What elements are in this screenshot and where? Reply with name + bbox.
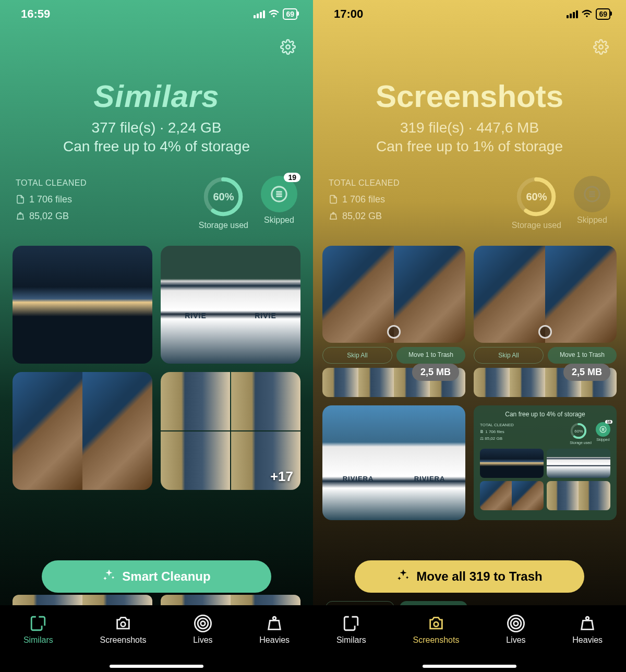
total-cleaned-files: 1 706 files: [29, 191, 72, 208]
mini-storage-hint: Can free up to 4% of storage: [480, 411, 610, 418]
tab-label: Heavies: [259, 635, 290, 645]
tab-screenshots[interactable]: Screenshots: [413, 615, 460, 645]
svg-point-1: [20, 213, 21, 214]
cta-label: Smart Cleanup: [122, 569, 210, 584]
total-cleaned-label: TOTAL CLEANED: [16, 176, 87, 191]
svg-point-12: [273, 617, 276, 620]
skipped-button[interactable]: 19: [261, 176, 297, 212]
size-badge: 2,5 MB: [563, 364, 610, 381]
tab-label: Similars: [23, 635, 53, 645]
tab-similars[interactable]: Similars: [23, 615, 53, 645]
tab-heavies[interactable]: Heavies: [259, 615, 290, 645]
status-indicators: 69: [567, 7, 610, 21]
more-count: +17: [270, 469, 293, 485]
tab-lives[interactable]: Lives: [506, 615, 525, 645]
mini-storage-ring: 60%: [570, 422, 587, 440]
storage-percent: 60%: [202, 176, 244, 218]
lives-icon: [507, 615, 525, 632]
skip-all-button[interactable]: Skip All: [474, 347, 544, 364]
similar-group[interactable]: RIVIERIVIE: [161, 246, 300, 364]
svg-point-29: [511, 618, 521, 629]
similars-icon: [29, 615, 47, 632]
file-icon: [329, 195, 338, 204]
heavies-icon: [266, 615, 283, 632]
storage-label: Storage used: [199, 221, 248, 230]
weight-icon: [329, 211, 338, 221]
page-title: Screenshots: [313, 78, 626, 114]
time: 16:59: [21, 7, 50, 21]
total-cleaned-block: TOTAL CLEANED 1 706 files 85,02 GB: [329, 176, 400, 225]
mini-skipped-label: Skipped: [596, 438, 610, 441]
size-badge: 2,5 MB: [412, 364, 459, 381]
storage-ring: 60%: [515, 176, 557, 218]
svg-point-14: [333, 213, 334, 214]
total-cleaned-size: 85,02 GB: [29, 208, 69, 224]
mini-ring-text: 60%: [570, 422, 587, 440]
tab-heavies[interactable]: Heavies: [572, 615, 603, 645]
tab-similars[interactable]: Similars: [336, 615, 366, 645]
mini-size: 85,02 GB: [485, 436, 502, 441]
settings-button[interactable]: [592, 38, 610, 56]
tab-screenshots[interactable]: Screenshots: [100, 615, 147, 645]
svg-point-10: [198, 618, 208, 629]
tab-label: Screenshots: [413, 635, 460, 645]
skipped-button[interactable]: [574, 176, 610, 212]
screenshots-icon: [114, 615, 132, 632]
total-cleaned-block: TOTAL CLEANED 1 706 files 85,02 GB: [16, 176, 87, 225]
mini-skipped-button: 19: [596, 422, 610, 437]
total-cleaned-size: 85,02 GB: [342, 208, 382, 224]
svg-point-13: [599, 45, 603, 49]
lives-icon: [194, 615, 212, 632]
tab-label: Lives: [506, 635, 525, 645]
riviera-text: RIVIERA: [343, 475, 374, 483]
storage-label: Storage used: [512, 221, 561, 230]
move-one-button[interactable]: Move 1 to Trash: [548, 347, 617, 364]
signal-icon: [254, 10, 265, 18]
screenshots-icon: [427, 615, 445, 632]
storage-ring: 60%: [202, 176, 244, 218]
skipped-badge: 19: [284, 173, 300, 182]
home-indicator[interactable]: [110, 665, 203, 668]
mini-storage-label: Storage used: [570, 441, 592, 445]
similars-icon: [342, 615, 360, 632]
select-circle[interactable]: [538, 325, 552, 339]
riviera-text: RIVIERA: [414, 475, 446, 483]
tab-lives[interactable]: Lives: [193, 615, 212, 645]
skipped-label: Skipped: [577, 215, 607, 225]
wifi-icon: [581, 7, 593, 21]
svg-point-0: [286, 45, 290, 49]
tab-label: Similars: [336, 635, 366, 645]
tab-label: Screenshots: [100, 635, 147, 645]
screenshot-group[interactable]: [474, 246, 617, 343]
skipped-label: Skipped: [264, 215, 294, 225]
skip-all-button[interactable]: Skip All: [322, 347, 392, 364]
move-one-button[interactable]: Move 1 to Trash: [396, 347, 465, 364]
similar-group[interactable]: [13, 246, 152, 364]
heavies-icon: [579, 615, 596, 632]
mini-tc-label: TOTAL CLEANED: [480, 422, 514, 429]
status-indicators: 69: [254, 7, 297, 21]
file-summary: 377 file(s) · 2,24 GB: [0, 119, 313, 136]
settings-button[interactable]: [279, 38, 297, 56]
file-icon: [16, 195, 25, 204]
move-all-button[interactable]: Move all 319 to Trash: [355, 560, 584, 593]
mini-preview-card[interactable]: Can free up to 4% of storage TOTAL CLEAN…: [474, 405, 617, 520]
mini-skipped-badge: 19: [605, 420, 612, 424]
smart-cleanup-button[interactable]: Smart Cleanup: [42, 560, 271, 593]
total-cleaned-label: TOTAL CLEANED: [329, 176, 400, 191]
similar-group[interactable]: +17: [161, 372, 300, 490]
file-summary: 319 file(s) · 447,6 MB: [313, 119, 626, 136]
screenshot-group[interactable]: RIVIERA RIVIERA: [322, 405, 465, 520]
storage-hint: Can free up to 1% of storage: [313, 138, 626, 155]
cta-label: Move all 319 to Trash: [416, 569, 542, 584]
screenshot-group[interactable]: [322, 246, 465, 343]
select-circle[interactable]: [387, 325, 401, 339]
storage-hint: Can free up to 4% of storage: [0, 138, 313, 155]
svg-point-8: [121, 622, 126, 627]
total-cleaned-files: 1 706 files: [342, 191, 385, 208]
tab-label: Lives: [193, 635, 212, 645]
similar-group[interactable]: [13, 372, 152, 490]
page-title: Similars: [0, 78, 313, 114]
home-indicator[interactable]: [423, 665, 516, 668]
svg-point-27: [434, 622, 439, 627]
